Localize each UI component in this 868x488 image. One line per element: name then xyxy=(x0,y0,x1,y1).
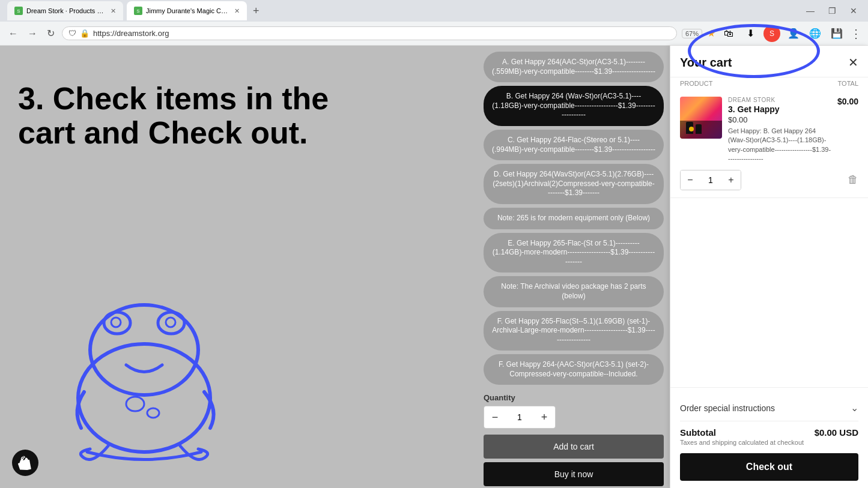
vpn-icon[interactable]: 🌐 xyxy=(807,25,824,42)
maximize-button[interactable]: ❐ xyxy=(825,4,839,18)
extensions-icon[interactable]: 🛍 xyxy=(720,25,737,42)
cart-item-total: $0.00 xyxy=(837,97,858,164)
cart-columns: PRODUCT TOTAL xyxy=(670,77,868,89)
tab1-label: Dream Stork · Products · Shopify xyxy=(26,7,105,14)
minimize-button[interactable]: — xyxy=(803,4,818,18)
quantity-section: Quantity − 1 + xyxy=(484,393,664,429)
subtotal-value: $0.00 USD xyxy=(815,427,858,438)
cart-item-row: DREAM STORK 3. Get Happy $0.00 Get Happy… xyxy=(680,97,858,164)
svg-point-2 xyxy=(104,312,130,334)
save-icon[interactable]: 💾 xyxy=(828,25,845,42)
url-text: https://dreamstork.org xyxy=(93,29,670,38)
tab-1[interactable]: S Dream Stork · Products · Shopify ✕ xyxy=(7,1,123,20)
cart-footer: Order special instructions ⌄ Subtotal $0… xyxy=(670,387,868,488)
quantity-minus-button[interactable]: − xyxy=(484,406,506,428)
cart-item: DREAM STORK 3. Get Happy $0.00 Get Happy… xyxy=(670,89,868,198)
svg-point-3 xyxy=(158,312,184,334)
shield-icon: 🛡 xyxy=(68,29,76,38)
notification-icon[interactable]: S xyxy=(763,25,780,42)
cart-qty-minus[interactable]: − xyxy=(681,170,700,190)
new-tab-button[interactable]: + xyxy=(253,5,259,17)
tab1-close[interactable]: ✕ xyxy=(111,7,116,15)
frog-illustration xyxy=(48,260,240,476)
quantity-controls: − 1 + xyxy=(484,406,556,429)
quantity-plus-button[interactable]: + xyxy=(533,406,555,428)
cart-title: Your cart xyxy=(680,56,732,70)
tab2-close[interactable]: ✕ xyxy=(234,7,240,15)
option-e[interactable]: E. Get Happy 265-Flac-(St or 5.1)-------… xyxy=(484,233,664,273)
option-f1[interactable]: F. Get Happy 265-Flac(St--5.1)(1.69GB) (… xyxy=(484,311,664,351)
cart-delete-button[interactable]: 🗑 xyxy=(848,173,858,186)
main-area: 3. Check items in the cart and Check out… xyxy=(0,46,868,488)
option-b[interactable]: B. Get Happy 264 (Wav-St)or(AC3-5.1)----… xyxy=(484,86,664,126)
checkout-button[interactable]: Check out xyxy=(680,453,858,481)
subtotal-row: Subtotal $0.00 USD xyxy=(680,427,858,438)
tab1-favicon: S xyxy=(14,7,23,15)
svg-point-7 xyxy=(147,408,159,418)
order-instructions[interactable]: Order special instructions ⌄ xyxy=(680,395,858,421)
order-instructions-label: Order special instructions xyxy=(680,403,775,413)
add-to-cart-button[interactable]: Add to cart xyxy=(484,435,664,459)
option-d[interactable]: D. Get Happy 264(WavSt)or(AC3-5.1)(2.76G… xyxy=(484,164,664,204)
reload-button[interactable]: ↻ xyxy=(44,26,57,40)
forward-button[interactable]: → xyxy=(25,27,40,40)
subtotal-label: Subtotal xyxy=(680,427,716,438)
product-column-header: PRODUCT xyxy=(680,80,712,87)
svg-point-6 xyxy=(126,397,144,411)
cart-header: Your cart ✕ xyxy=(670,46,868,77)
profile-icon[interactable]: 👤 xyxy=(785,25,802,42)
window-top-bar: S Dream Stork · Products · Shopify ✕ S J… xyxy=(0,0,868,22)
zoom-level[interactable]: 67% xyxy=(682,29,702,38)
option-a[interactable]: A. Get Happy 264(AAC-St)or(AC3-5.1)-----… xyxy=(484,52,664,82)
tab-2[interactable]: S Jimmy Durante's Magic Christmas – ✕ xyxy=(127,1,247,20)
cart-item-store: DREAM STORK xyxy=(728,97,831,103)
cart-item-details: DREAM STORK 3. Get Happy $0.00 Get Happy… xyxy=(728,97,831,164)
tab2-favicon: S xyxy=(134,7,142,15)
svg-point-4 xyxy=(111,318,121,327)
tax-note: Taxes and shipping calculated at checkou… xyxy=(680,439,858,446)
cart-item-description: Get Happy: B. Get Happy 264 (Wav-St)or(A… xyxy=(728,127,831,164)
note-2: Note: The Archival video package has 2 p… xyxy=(484,276,664,307)
back-button[interactable]: ← xyxy=(6,27,20,40)
option-c[interactable]: C. Get Happy 264-Flac-(Stereo or 5.1)---… xyxy=(484,130,664,160)
lock-icon: 🔒 xyxy=(80,29,90,38)
bookmark-icon[interactable]: ★ xyxy=(707,28,715,39)
cart-qty-plus[interactable]: + xyxy=(721,170,741,190)
cart-item-image xyxy=(680,97,722,139)
menu-icon[interactable]: ⋮ xyxy=(850,26,862,41)
cart-item-name: 3. Get Happy xyxy=(728,104,831,114)
cart-panel: Your cart ✕ PRODUCT TOTAL DREAM STORK xyxy=(670,46,868,488)
download-icon[interactable]: ⬇ xyxy=(742,25,759,42)
cart-item-controls: − 1 + 🗑 xyxy=(680,170,858,190)
quantity-value: 1 xyxy=(506,406,533,428)
buy-now-button[interactable]: Buy it now xyxy=(484,462,664,486)
cart-qty-controls: − 1 + xyxy=(680,170,741,190)
address-bar[interactable]: 🛡 🔒 https://dreamstork.org xyxy=(62,26,677,40)
window-controls: — ❐ ✕ xyxy=(803,4,861,18)
chevron-down-icon: ⌄ xyxy=(851,402,858,414)
svg-point-0 xyxy=(78,344,210,452)
cart-item-price: $0.00 xyxy=(728,115,831,124)
browser-toolbar: 🛍 ⬇ S 👤 🌐 💾 ⋮ xyxy=(720,25,862,42)
total-column-header: TOTAL xyxy=(838,80,858,87)
option-f2[interactable]: F. Get Happy 264-(AAC-St)or(AC3-5.1) (se… xyxy=(484,354,664,385)
close-window-button[interactable]: ✕ xyxy=(846,4,861,18)
main-heading: 3. Check items in the cart and Check out… xyxy=(18,82,378,150)
tab2-label: Jimmy Durante's Magic Christmas – xyxy=(146,7,228,14)
cart-qty-value: 1 xyxy=(700,170,721,190)
svg-point-5 xyxy=(166,318,175,327)
shopify-icon[interactable] xyxy=(12,450,38,476)
options-panel: A. Get Happy 264(AAC-St)or(AC3-5.1)-----… xyxy=(478,46,670,488)
note-1: Note: 265 is for modern equipment only (… xyxy=(484,208,664,229)
cart-close-button[interactable]: ✕ xyxy=(848,55,858,70)
quantity-label: Quantity xyxy=(484,393,664,402)
product-page: 3. Check items in the cart and Check out… xyxy=(0,46,670,488)
